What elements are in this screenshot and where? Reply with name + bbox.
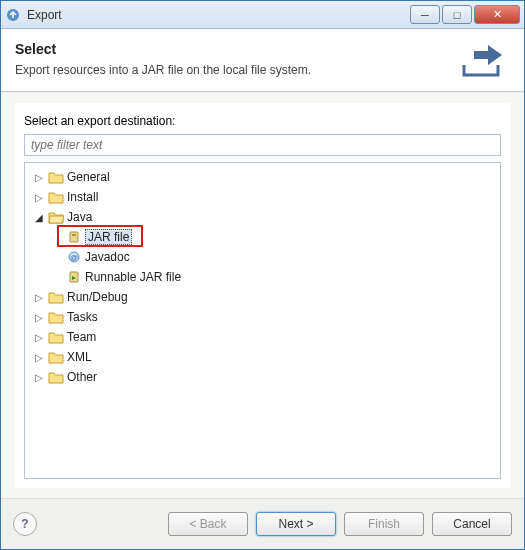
tree-item-javadoc[interactable]: @ Javadoc xyxy=(27,247,498,267)
tree-item-other[interactable]: ▷ Other xyxy=(27,367,498,387)
maximize-button[interactable]: □ xyxy=(442,5,472,24)
window-title: Export xyxy=(27,8,410,22)
tree-item-jar-file[interactable]: JAR file xyxy=(27,227,498,247)
filter-input[interactable] xyxy=(24,134,501,156)
tree-item-java[interactable]: ◢ Java xyxy=(27,207,498,227)
tree-item-tasks[interactable]: ▷ Tasks xyxy=(27,307,498,327)
svg-text:@: @ xyxy=(70,253,78,262)
svg-rect-2 xyxy=(72,234,76,236)
tree-item-team[interactable]: ▷ Team xyxy=(27,327,498,347)
wizard-header: Select Export resources into a JAR file … xyxy=(1,29,524,92)
titlebar: Export ─ □ ✕ xyxy=(1,1,524,29)
chevron-right-icon: ▷ xyxy=(33,312,45,323)
page-title: Select xyxy=(15,41,452,57)
cancel-button[interactable]: Cancel xyxy=(432,512,512,536)
folder-icon xyxy=(48,369,64,385)
finish-button[interactable]: Finish xyxy=(344,512,424,536)
tree-item-runnable-jar[interactable]: Runnable JAR file xyxy=(27,267,498,287)
chevron-right-icon: ▷ xyxy=(33,372,45,383)
tree-item-rundebug[interactable]: ▷ Run/Debug xyxy=(27,287,498,307)
tree-item-general[interactable]: ▷ General xyxy=(27,167,498,187)
javadoc-icon: @ xyxy=(66,249,82,265)
back-button[interactable]: < Back xyxy=(168,512,248,536)
svg-rect-1 xyxy=(70,232,78,242)
runnable-jar-icon xyxy=(66,269,82,285)
folder-icon xyxy=(48,189,64,205)
folder-icon xyxy=(48,289,64,305)
page-description: Export resources into a JAR file on the … xyxy=(15,63,452,77)
help-button[interactable]: ? xyxy=(13,512,37,536)
minimize-button[interactable]: ─ xyxy=(410,5,440,24)
destination-label: Select an export destination: xyxy=(24,114,501,128)
close-button[interactable]: ✕ xyxy=(474,5,520,24)
chevron-right-icon: ▷ xyxy=(33,332,45,343)
folder-icon xyxy=(48,309,64,325)
folder-icon xyxy=(48,169,64,185)
folder-icon xyxy=(48,329,64,345)
folder-open-icon xyxy=(48,209,64,225)
jar-icon xyxy=(66,229,82,245)
chevron-right-icon: ▷ xyxy=(33,172,45,183)
destination-tree[interactable]: ▷ General ▷ Install ◢ Java JAR file @ xyxy=(24,162,501,479)
tree-item-xml[interactable]: ▷ XML xyxy=(27,347,498,367)
export-banner-icon xyxy=(460,41,504,81)
chevron-down-icon: ◢ xyxy=(33,212,45,223)
export-app-icon xyxy=(5,7,21,23)
chevron-right-icon: ▷ xyxy=(33,292,45,303)
chevron-right-icon: ▷ xyxy=(33,192,45,203)
chevron-right-icon: ▷ xyxy=(33,352,45,363)
wizard-footer: ? < Back Next > Finish Cancel xyxy=(1,499,524,549)
next-button[interactable]: Next > xyxy=(256,512,336,536)
tree-item-install[interactable]: ▷ Install xyxy=(27,187,498,207)
folder-icon xyxy=(48,349,64,365)
